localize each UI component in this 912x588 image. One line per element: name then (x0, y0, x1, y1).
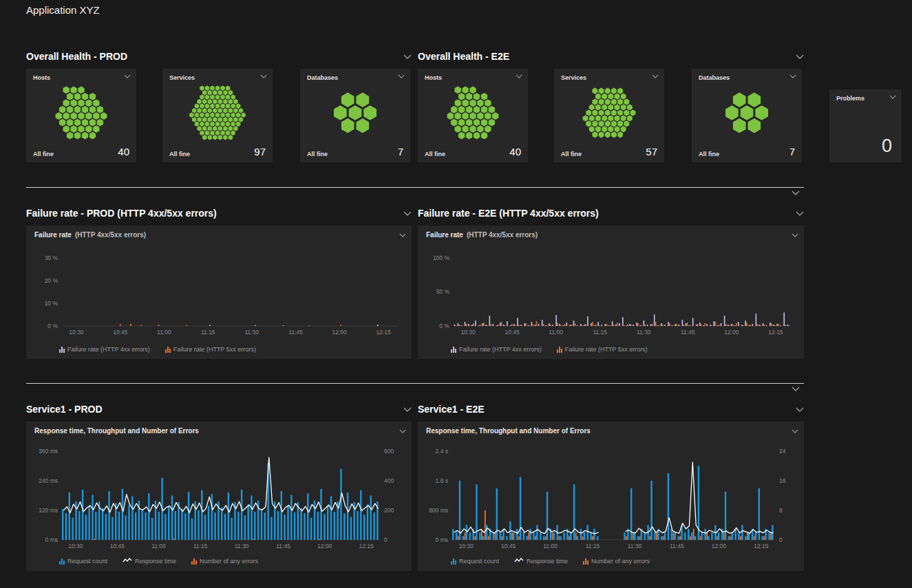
svg-text:11:30: 11:30 (637, 329, 651, 336)
section-header-failure-prod: Failure rate - PROD (HTTP 4xx/5xx errors… (26, 207, 412, 219)
tile-title: Databases (699, 74, 730, 81)
bars-icon (557, 347, 562, 353)
svg-text:12:15: 12:15 (768, 329, 783, 336)
bars-icon (191, 558, 197, 565)
legend-item-5xx[interactable]: Failure rate (HTTP 5xx errors) (165, 346, 256, 353)
chart-subtitle: (HTTP 4xx/5xx errors) (467, 231, 538, 239)
svg-text:200: 200 (384, 507, 394, 514)
legend-item-request-count[interactable]: Request count (59, 558, 107, 565)
legend-item-response-time[interactable]: Response time (123, 557, 176, 565)
svg-text:12:00: 12:00 (332, 329, 347, 336)
legend-item-4xx[interactable]: Failure rate (HTTP 4xx errors) (59, 346, 150, 353)
tile-services-prod[interactable]: Services All fine 97 (162, 69, 273, 162)
chart-title: Response time, Throughput and Number of … (34, 427, 199, 435)
bars-icon (59, 558, 65, 565)
section-title-health-prod: Overall Health - PROD (26, 51, 127, 62)
chevron-down-icon[interactable] (792, 386, 800, 391)
line-icon (514, 557, 524, 565)
chevron-down-icon[interactable] (399, 429, 406, 433)
legend-item-errors[interactable]: Number of any errors (583, 558, 650, 565)
legend-item-request-count[interactable]: Request count (451, 558, 499, 565)
chevron-down-icon[interactable] (260, 74, 267, 78)
legend-label: Failure rate (HTTP 5xx errors) (565, 346, 648, 353)
svg-text:16: 16 (779, 477, 786, 484)
chevron-down-icon[interactable] (796, 211, 804, 216)
section-title-service-prod: Service1 - PROD (26, 404, 103, 415)
chart-title: Failure rate (34, 231, 72, 239)
tile-title: Hosts (425, 74, 442, 81)
section-header-health-e2e: Overall Health - E2E (418, 50, 804, 63)
chart-tile-failure-e2e[interactable]: Failure rate (HTTP 4xx/5xx errors) 0 %50… (418, 226, 804, 359)
service-metrics-chart-prod: 0 ms120 ms240 ms360 ms020040060010:3010:… (30, 441, 407, 552)
svg-text:11:00: 11:00 (549, 329, 563, 336)
section-header-failure-e2e: Failure rate - E2E (HTTP 4xx/5xx errors) (418, 207, 804, 219)
legend-item-5xx[interactable]: Failure rate (HTTP 5xx errors) (557, 346, 648, 353)
svg-text:600: 600 (384, 448, 394, 455)
chevron-down-icon[interactable] (796, 407, 804, 412)
svg-text:11:00: 11:00 (157, 329, 171, 336)
chevron-down-icon[interactable] (398, 74, 405, 78)
svg-text:10:30: 10:30 (460, 329, 476, 336)
tile-hosts-prod[interactable]: Hosts All fine 40 (26, 69, 136, 162)
svg-text:24: 24 (779, 448, 786, 455)
legend-label: Response time (135, 558, 176, 565)
chart-subtitle: (HTTP 4xx/5xx errors) (75, 231, 146, 239)
chart-title: Response time, Throughput and Number of … (426, 427, 591, 435)
tile-services-e2e[interactable]: Services All fine 57 (554, 69, 664, 162)
tile-problems[interactable]: Problems 0 (829, 89, 902, 162)
health-honeycomb (564, 84, 655, 142)
svg-text:11:30: 11:30 (628, 543, 642, 549)
legend-label: Failure rate (HTTP 4xx errors) (67, 346, 150, 353)
bars-icon (451, 347, 456, 353)
svg-text:11:15: 11:15 (586, 543, 600, 549)
chart-tile-service-e2e[interactable]: Response time, Throughput and Number of … (418, 422, 804, 571)
svg-text:10:45: 10:45 (113, 329, 128, 336)
tile-title: Services (169, 74, 195, 81)
svg-text:0: 0 (384, 536, 388, 543)
chevron-down-icon[interactable] (789, 74, 796, 78)
legend-label: Request count (459, 558, 499, 565)
legend-item-errors[interactable]: Number of any errors (191, 558, 258, 565)
status-label: All fine (425, 151, 445, 157)
svg-text:11:45: 11:45 (288, 329, 303, 336)
chart-legend: Failure rate (HTTP 4xx errors) Failure r… (451, 346, 648, 353)
chevron-down-icon[interactable] (403, 407, 412, 412)
tile-title: Databases (307, 74, 338, 81)
chevron-down-icon[interactable] (792, 190, 800, 195)
svg-text:30 %: 30 % (45, 254, 59, 261)
svg-text:11:30: 11:30 (235, 543, 249, 549)
line-icon (123, 557, 132, 565)
tile-title: Services (561, 74, 586, 81)
chevron-down-icon[interactable] (399, 233, 406, 237)
chevron-down-icon[interactable] (516, 74, 522, 78)
chevron-down-icon[interactable] (403, 211, 412, 216)
chevron-down-icon[interactable] (889, 95, 896, 99)
legend-item-response-time[interactable]: Response time (514, 557, 568, 565)
chevron-down-icon[interactable] (403, 54, 412, 59)
tile-databases-e2e[interactable]: Databases All fine 7 (692, 69, 802, 162)
chevron-down-icon[interactable] (792, 233, 798, 237)
tile-databases-prod[interactable]: Databases All fine 7 (300, 69, 410, 162)
section-title-failure-e2e: Failure rate - E2E (HTTP 4xx/5xx errors) (418, 208, 599, 219)
chevron-down-icon[interactable] (652, 74, 659, 78)
section-divider (26, 383, 804, 384)
svg-text:10 %: 10 % (45, 300, 59, 307)
legend-item-4xx[interactable]: Failure rate (HTTP 4xx errors) (451, 346, 542, 353)
tile-title: Problems (836, 95, 865, 102)
chart-legend: Failure rate (HTTP 4xx errors) Failure r… (59, 346, 256, 353)
svg-text:0 ms: 0 ms (45, 536, 58, 543)
svg-text:11:00: 11:00 (151, 543, 166, 549)
chevron-down-icon[interactable] (124, 74, 131, 78)
svg-text:11:15: 11:15 (193, 543, 208, 549)
dashboard-root: Application XYZ Overall Health - PROD Ov… (0, 0, 912, 588)
chevron-down-icon[interactable] (792, 429, 798, 433)
chart-tile-failure-prod[interactable]: Failure rate (HTTP 4xx/5xx errors) 0 %10… (26, 226, 412, 359)
legend-label: Number of any errors (200, 558, 258, 565)
chevron-down-icon[interactable] (796, 54, 804, 59)
health-honeycomb (172, 84, 263, 142)
health-honeycomb (36, 84, 127, 142)
chart-tile-service-prod[interactable]: Response time, Throughput and Number of … (26, 422, 412, 571)
tile-hosts-e2e[interactable]: Hosts All fine 40 (418, 69, 528, 162)
section-title-health-e2e: Overall Health - E2E (418, 51, 509, 62)
status-label: All fine (561, 151, 582, 157)
